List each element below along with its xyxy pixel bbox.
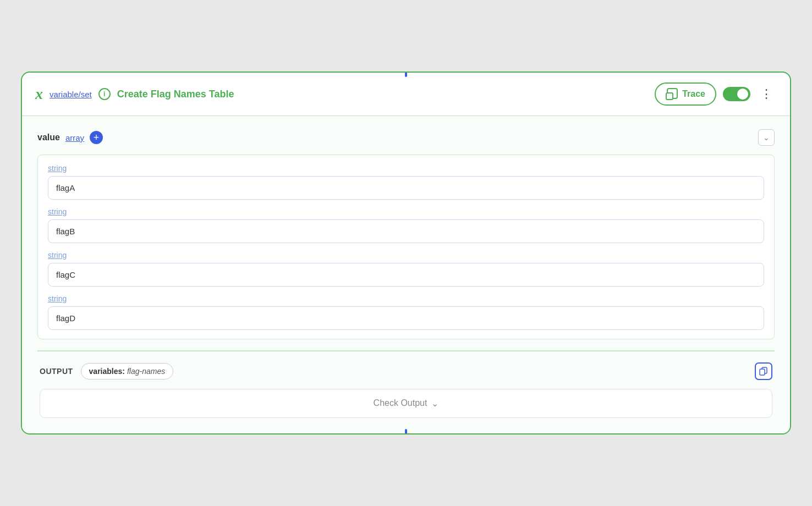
- main-card: x variable/set i Create Flag Names Table…: [21, 72, 791, 435]
- value-row: value array + ⌄: [37, 129, 775, 146]
- output-row: OUTPUT variables: flag-names: [37, 362, 775, 380]
- trace-icon-inner: [666, 92, 673, 100]
- more-menu-button[interactable]: ⋮: [757, 86, 777, 102]
- output-badge-key: variables:: [89, 367, 125, 376]
- output-badge-value: flag-names: [127, 367, 165, 376]
- toggle-knob: [737, 89, 748, 100]
- list-item: string: [48, 164, 764, 200]
- output-badge: variables: flag-names: [81, 363, 174, 380]
- array-type-link[interactable]: array: [65, 133, 84, 142]
- info-icon[interactable]: i: [98, 88, 111, 100]
- list-item: string: [48, 294, 764, 330]
- check-output-chevron: ⌄: [431, 398, 438, 409]
- svg-rect-1: [760, 369, 765, 375]
- item-input-1[interactable]: [48, 219, 764, 243]
- add-item-button[interactable]: +: [90, 131, 103, 144]
- header-title: Create Flag Names Table: [117, 89, 234, 100]
- output-copy-button[interactable]: [755, 362, 772, 380]
- output-label: OUTPUT: [40, 367, 73, 376]
- list-item: string: [48, 207, 764, 243]
- check-output-label: Check Output: [374, 398, 427, 408]
- item-type-0[interactable]: string: [48, 164, 764, 173]
- value-label: value: [37, 133, 60, 142]
- item-type-1[interactable]: string: [48, 207, 764, 216]
- item-type-2[interactable]: string: [48, 251, 764, 260]
- list-item: string: [48, 251, 764, 287]
- array-container: string string string string: [37, 155, 775, 339]
- main-content: value array + ⌄ string string string str…: [22, 116, 790, 433]
- check-output-bar[interactable]: Check Output ⌄: [40, 389, 772, 418]
- item-input-3[interactable]: [48, 306, 764, 330]
- trace-button[interactable]: Trace: [655, 82, 716, 106]
- card-header: x variable/set i Create Flag Names Table…: [22, 73, 790, 116]
- toggle-switch[interactable]: [723, 87, 750, 101]
- item-input-0[interactable]: [48, 176, 764, 200]
- trace-icon: [666, 88, 678, 100]
- top-connection-indicator: [405, 73, 407, 77]
- breadcrumb-link[interactable]: variable/set: [50, 90, 92, 99]
- collapse-button[interactable]: ⌄: [758, 129, 775, 146]
- bottom-connection-indicator: [405, 429, 407, 433]
- item-type-3[interactable]: string: [48, 294, 764, 303]
- item-input-2[interactable]: [48, 263, 764, 287]
- trace-button-label: Trace: [682, 89, 705, 99]
- logo-icon: x: [35, 86, 43, 102]
- section-divider: [37, 350, 775, 351]
- copy-icon: [759, 367, 768, 376]
